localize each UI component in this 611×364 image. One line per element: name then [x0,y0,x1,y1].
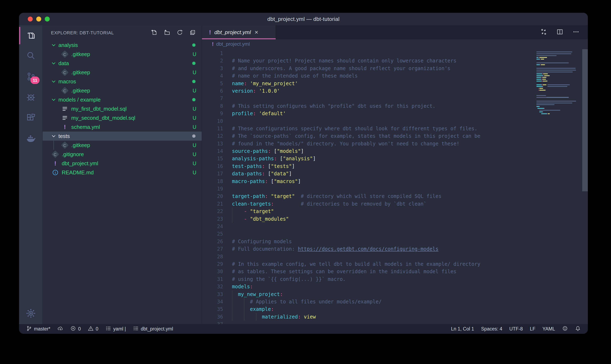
checklist-icon [105,325,111,333]
code-line-33[interactable]: 33 my_new_project: [202,291,588,298]
code-line-5[interactable]: 5name: 'my_new_project' [202,80,588,87]
code-line-23[interactable]: 23 - "dbt_modules" [202,215,588,223]
chevron-down-icon[interactable] [51,60,57,66]
tree-item-data[interactable]: data [43,59,202,68]
minimap-line [536,67,582,69]
status-right-lf[interactable]: LF [530,326,535,332]
tree-item-tests[interactable]: tests [43,131,202,141]
status-right-spaces-4[interactable]: Spaces: 4 [481,326,502,332]
minimize-window-button[interactable] [36,16,41,22]
tree-item-schema-yml[interactable]: !schema.ymlU [43,122,202,131]
code-line-37[interactable]: 37 [202,321,588,324]
docker-icon [26,134,36,144]
code-line-31[interactable]: 31# using the `{{ config(...) }}` macro. [202,275,588,283]
code-line-2[interactable]: 2# Name your project! Project names shou… [202,57,588,65]
zoom-window-button[interactable] [45,16,50,22]
code-line-29[interactable]: 29# In this example config, we tell dbt … [202,260,588,268]
minimap-line [536,65,582,67]
activity-files[interactable] [19,25,42,46]
activity-source-control[interactable]: 11 [19,67,42,87]
code-line-28[interactable]: 28 [202,253,588,260]
code-area[interactable]: 12# Name your project! Project names sho… [202,49,588,324]
split-editor-icon[interactable] [556,28,563,36]
code-line-35[interactable]: 35 example: [202,305,588,313]
activity-debug[interactable] [19,87,42,108]
activity-extensions[interactable] [19,108,42,129]
tree-item--gitkeep[interactable]: .gitkeepU [43,141,202,150]
minimap[interactable] [536,49,582,117]
code-line-24[interactable]: 24 [202,223,588,230]
tree-item--gitkeep[interactable]: .gitkeepU [43,50,202,59]
status-right-utf-8[interactable]: UTF-8 [509,326,523,332]
code-line-6[interactable]: 6version: '1.0.0' [202,87,588,95]
close-window-button[interactable] [28,16,33,22]
status-left-cloud-upload-icon[interactable] [57,325,63,333]
refresh-icon[interactable] [177,29,183,37]
collapse-all-icon[interactable] [189,29,196,37]
tree-item--gitkeep[interactable]: .gitkeepU [43,68,202,77]
tree-item-dbt-project-yml[interactable]: !dbt_project.ymlU [43,159,202,168]
activity-search[interactable] [19,46,42,67]
code-line-16[interactable]: 16test-paths: ["tests"] [202,163,588,170]
breadcrumb[interactable]: ! dbt_project.yml [202,39,588,49]
code-line-19[interactable]: 19 [202,185,588,193]
code-line-27[interactable]: 27# Full documentation: https://docs.get… [202,245,588,253]
indent-guide [232,208,232,215]
status-left-yaml-[interactable]: yaml | [105,325,126,333]
code-line-21[interactable]: 21clean-targets: # directories to be rem… [202,200,588,208]
tree-item-my-second-dbt-model-sql[interactable]: my_second_dbt_model.sqlU [43,113,202,122]
new-folder-icon[interactable] [164,29,170,37]
tree-item-analysis[interactable]: analysis [43,40,202,50]
files-icon [26,30,36,41]
code-line-11[interactable]: 11# These configurations specify where d… [202,125,588,132]
minimap-line [536,86,582,88]
chevron-down-icon[interactable] [51,97,57,103]
editor-scrollbar[interactable] [582,49,588,191]
status-right-ln-1-col-1[interactable]: Ln 1, Col 1 [451,326,474,332]
code-line-18[interactable]: 18macro-paths: ["macros"] [202,178,588,185]
tab-dbt-project-yml[interactable]: ! dbt_project.yml × [202,25,276,39]
code-line-22[interactable]: 22 - "target" [202,208,588,215]
tree-item-macros[interactable]: macros [43,77,202,86]
code-line-1[interactable]: 1 [202,50,588,57]
code-line-34[interactable]: 34 # Applies to all files under models/e… [202,298,588,305]
code-line-10[interactable]: 10 [202,117,588,125]
status-right-yaml[interactable]: YAML [542,326,555,332]
tree-item-my-first-dbt-model-sql[interactable]: my_first_dbt_model.sqlU [43,104,202,113]
open-changes-icon[interactable] [540,28,547,36]
status-left-0[interactable]: 0 [88,325,98,333]
chevron-down-icon[interactable] [51,133,57,139]
tree-item--gitignore[interactable]: .gitignoreU [43,150,202,159]
code-line-7[interactable]: 7 [202,95,588,102]
code-line-30[interactable]: 30# as tables. These settings can be ove… [202,268,588,275]
code-line-17[interactable]: 17data-paths: ["data"] [202,170,588,177]
code-line-20[interactable]: 20target-path: "target" # directory whic… [202,193,588,200]
code-line-12[interactable]: 12# The `source-paths` config, for examp… [202,132,588,140]
close-tab-icon[interactable]: × [255,29,258,35]
code-line-9[interactable]: 9profile: 'default' [202,110,588,117]
tree-item-models-example[interactable]: models / example [43,95,202,104]
status-left-dbt-project-yml[interactable]: dbt_project.yml [133,325,173,333]
status-left-0[interactable]: 0 [70,325,81,333]
status-right-smiley-icon[interactable] [562,325,568,333]
chevron-down-icon[interactable] [51,42,57,48]
status-right-bell-icon[interactable] [575,325,581,333]
code-line-8[interactable]: 8# This setting configures which "profil… [202,102,588,110]
tree-item-readme-md[interactable]: README.mdU [43,168,202,177]
new-file-icon[interactable] [151,29,157,37]
code-line-14[interactable]: 14source-paths: ["models"] [202,147,588,155]
activity-settings[interactable] [19,303,42,324]
status-left-master-[interactable]: master* [26,325,50,333]
chevron-down-icon[interactable] [51,78,57,85]
more-actions-icon[interactable] [572,28,580,36]
code-line-13[interactable]: 13# found in the "models/" directory. Yo… [202,140,588,147]
code-line-4[interactable]: 4# name or the intended use of these mod… [202,72,588,80]
activity-docker[interactable] [19,129,42,149]
code-line-3[interactable]: 3# and underscores. A good package name … [202,65,588,72]
code-line-25[interactable]: 25 [202,230,588,238]
code-line-26[interactable]: 26# Configuring models [202,238,588,245]
code-line-15[interactable]: 15analysis-paths: ["analysis"] [202,155,588,162]
code-line-36[interactable]: 36 materialized: view [202,313,588,321]
tree-item--gitkeep[interactable]: .gitkeepU [43,86,202,95]
code-line-32[interactable]: 32models: [202,283,588,290]
